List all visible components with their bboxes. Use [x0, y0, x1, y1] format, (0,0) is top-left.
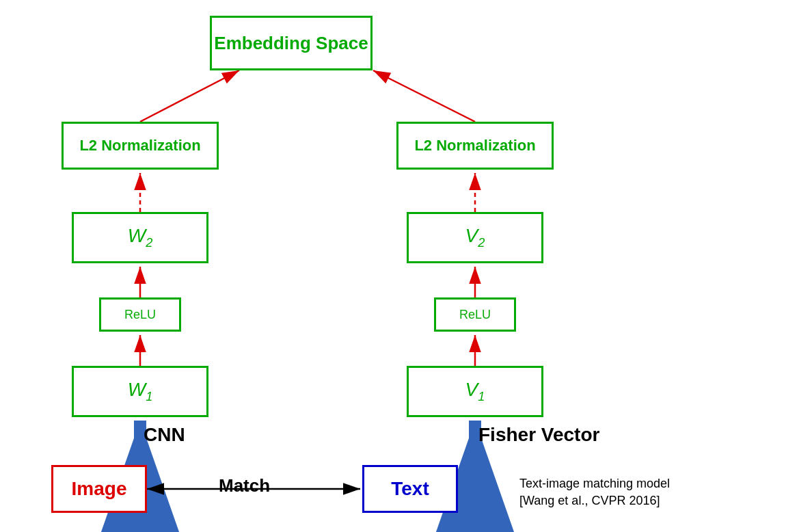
v2-label: V2 [465, 225, 485, 250]
embedding-space-label: Embedding Space [214, 33, 368, 54]
text-box: Text [362, 465, 458, 513]
l2-normalization-right-box: L2 Normalization [396, 122, 554, 170]
citation-text: Text-image matching model[Wang et al., C… [519, 477, 670, 507]
w2-box: W2 [72, 212, 208, 263]
v2-box: V2 [407, 212, 543, 263]
w1-box: W1 [72, 366, 208, 417]
l2-normalization-left-box: L2 Normalization [62, 122, 219, 170]
diagram-container: Embedding Space L2 Normalization L2 Norm… [0, 0, 812, 532]
image-box: Image [51, 465, 147, 513]
cnn-label: CNN [144, 424, 185, 446]
relu-left-box: ReLU [99, 297, 181, 332]
fisher-vector-label: Fisher Vector [478, 424, 599, 446]
v1-box: V1 [407, 366, 543, 417]
embedding-space-box: Embedding Space [210, 16, 373, 70]
l2-normalization-left-label: L2 Normalization [79, 137, 200, 155]
arrows-svg [0, 0, 812, 532]
v1-label: V1 [465, 379, 485, 404]
match-label: Match [219, 475, 270, 496]
citation-label: Text-image matching model[Wang et al., C… [519, 475, 670, 509]
relu-right-label: ReLU [459, 308, 491, 322]
svg-line-8 [140, 70, 239, 122]
l2-normalization-right-label: L2 Normalization [414, 137, 535, 155]
w2-label: W2 [128, 225, 153, 250]
image-label: Image [72, 478, 127, 500]
svg-line-12 [373, 70, 475, 122]
relu-left-label: ReLU [124, 308, 156, 322]
relu-right-box: ReLU [434, 297, 516, 332]
text-label: Text [391, 478, 429, 500]
w1-label: W1 [128, 379, 153, 404]
